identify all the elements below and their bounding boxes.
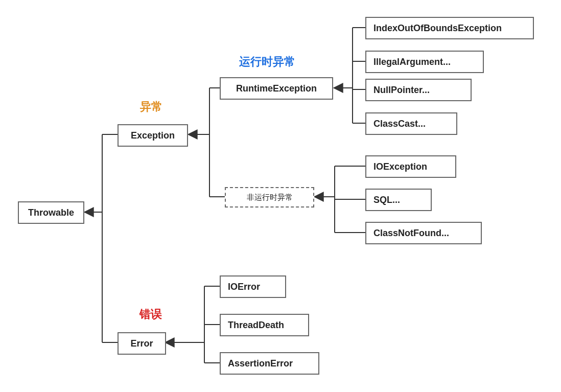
node-nullpointer: NullPointer... [365,79,472,101]
node-classnotfound: ClassNotFound... [365,222,482,244]
label-runtime: 运行时异常 [239,54,295,70]
node-runtime-exception: RuntimeException [220,77,333,100]
label-exception: 异常 [140,99,162,114]
node-threaddeath: ThreadDeath [220,314,309,336]
node-error: Error [118,332,166,355]
node-throwable: Throwable [18,201,84,224]
node-sql: SQL... [365,189,432,211]
node-ioexception: IOException [365,155,456,178]
node-assertionerror: AssertionError [220,352,319,375]
node-exception: Exception [118,124,188,147]
node-ioobe: IndexOutOfBoundsException [365,17,534,39]
node-classcast: ClassCast... [365,112,457,135]
label-error: 错误 [139,307,162,322]
diagram-canvas: 运行时异常 异常 错误 Throwable Exception Error Ru… [0,0,561,392]
node-non-runtime: 非运行时异常 [225,187,314,207]
node-illegal-argument: IllegalArgument... [365,51,484,73]
node-ioerror: IOError [220,275,286,298]
